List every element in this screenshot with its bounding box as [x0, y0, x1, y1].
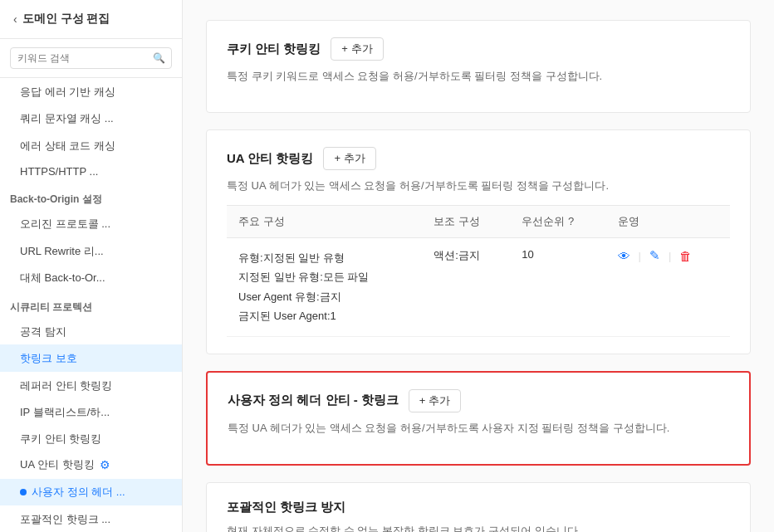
nav-section-security: 시큐리티 프로텍션 [0, 294, 182, 318]
sidebar-item-query-cache[interactable]: 쿼리 문자열 캐싱 ... [0, 105, 182, 131]
custom-header-section: 사용자 정의 헤더 안티 - 핫링크 + 추가 특정 UA 헤더가 있는 액세스… [206, 371, 751, 466]
custom-header-header: 사용자 정의 헤더 안티 - 핫링크 + 추가 [228, 389, 729, 412]
cell-priority: 10 [510, 238, 605, 337]
custom-header-desc: 특정 UA 헤더가 있는 액세스 요청을 허용/거부하도록 사용자 지정 필터링… [228, 421, 729, 436]
col-main-config: 주요 구성 [227, 206, 422, 238]
active-indicator-icon [20, 489, 27, 495]
comprehensive-title: 포괄적인 핫링크 방지 [227, 500, 345, 515]
sidebar-item-comprehensive[interactable]: 포괄적인 핫링크 ... [0, 505, 182, 532]
sidebar-item-alt-back[interactable]: 대체 Back-to-Or... [0, 264, 182, 290]
sidebar-item-ua-anti[interactable]: UA 안티 핫링킹 ⚙ [0, 451, 182, 478]
ua-anti-title: UA 안티 핫링킹 [227, 151, 313, 167]
sidebar-title: 도메인 구성 편집 [22, 12, 110, 27]
gear-icon: ⚙ [100, 458, 110, 471]
separator-1: | [639, 250, 641, 262]
sidebar-item-https-http[interactable]: HTTPS/HTTP ... [0, 159, 182, 183]
back-button[interactable]: ‹ 도메인 구성 편집 [0, 0, 182, 39]
separator-2: | [669, 250, 671, 262]
sidebar-item-hotlink-protect[interactable]: 핫링크 보호 [0, 344, 182, 371]
sidebar-item-cookie-anti[interactable]: 쿠키 안티 핫링킹 [0, 425, 182, 451]
col-actions: 운영 [606, 206, 730, 238]
cookie-anti-title: 쿠키 안티 핫링킹 [227, 41, 321, 57]
sidebar-item-custom-header[interactable]: 사용자 정의 헤더 ... [0, 479, 182, 505]
custom-header-title: 사용자 정의 헤더 안티 - 핫링크 [228, 393, 399, 408]
comprehensive-header: 포괄적인 핫링크 방지 [227, 500, 730, 515]
ua-anti-section: UA 안티 핫링킹 + 추가 특정 UA 헤더가 있는 액세스 요청을 허용/거… [206, 129, 751, 354]
ua-anti-label: UA 안티 핫링킹 [20, 457, 95, 472]
sidebar-item-referer-anti[interactable]: 레퍼러 안티 핫링킹 [0, 372, 182, 398]
cookie-anti-add-button[interactable]: + 추가 [331, 37, 383, 61]
sidebar: ‹ 도메인 구성 편집 🔍 응답 에러 기반 캐싱 쿼리 문자열 캐싱 ... … [0, 0, 183, 532]
cookie-anti-section: 쿠키 안티 핫링킹 + 추가 특정 쿠키 키워드로 액세스 요청을 허용/거부하… [206, 20, 751, 113]
edit-icon[interactable]: ✎ [649, 248, 660, 263]
delete-icon[interactable]: 🗑 [679, 249, 692, 263]
table-row: 유형:지정된 일반 유형 지정된 일반 유형:모든 파일 User Agent … [227, 238, 730, 337]
cell-main-config: 유형:지정된 일반 유형 지정된 일반 유형:모든 파일 User Agent … [227, 238, 422, 337]
cell-secondary-config: 액션:금지 [422, 238, 510, 337]
sidebar-item-ip-blacklist[interactable]: IP 블랙리스트/하... [0, 398, 182, 425]
search-input[interactable] [10, 47, 172, 69]
view-icon[interactable]: 👁 [618, 249, 630, 263]
sidebar-item-url-rewrite[interactable]: URL Rewrite 리... [0, 237, 182, 264]
sidebar-item-cached-content[interactable]: 응답 에러 기반 캐싱 [0, 78, 182, 105]
sidebar-item-origin-protocol[interactable]: 오리진 프로토콜 ... [0, 210, 182, 237]
cookie-anti-desc: 특정 쿠키 키워드로 액세스 요청을 허용/거부하도록 필터링 정책을 구성합니… [227, 69, 730, 84]
ua-anti-header: UA 안티 핫링킹 + 추가 [227, 147, 730, 170]
nav-section-back-to-origin: Back-to-Origin 설정 [0, 186, 182, 210]
cookie-anti-header: 쿠키 안티 핫링킹 + 추가 [227, 37, 730, 61]
custom-header-add-button[interactable]: + 추가 [409, 389, 461, 412]
col-secondary-config: 보조 구성 [422, 206, 510, 238]
main-content: 쿠키 안티 핫링킹 + 추가 특정 쿠키 키워드로 액세스 요청을 허용/거부하… [183, 0, 774, 532]
search-area: 🔍 [0, 39, 182, 78]
cell-actions: 👁 | ✎ | 🗑 [606, 238, 730, 337]
comprehensive-section: 포괄적인 핫링크 방지 현재 자체적으로 수정할 수 없는 복잡한 핫링크 보호… [206, 482, 751, 532]
back-arrow-icon: ‹ [13, 12, 17, 26]
ua-anti-desc: 특정 UA 헤더가 있는 액세스 요청을 허용/거부하도록 필터링 정책을 구성… [227, 178, 730, 193]
search-icon: 🔍 [153, 52, 165, 64]
ua-anti-add-button[interactable]: + 추가 [323, 147, 375, 170]
comprehensive-desc: 현재 자체적으로 수정할 수 없는 복잡한 핫링크 보호가 구성되어 있습니다. [227, 524, 730, 532]
ua-anti-table: 주요 구성 보조 구성 우선순위 ? 운영 유형:지정된 일반 유형 [227, 205, 730, 337]
sidebar-item-attack-detect[interactable]: 공격 탐지 [0, 318, 182, 344]
sidebar-item-error-code-cache[interactable]: 에러 상태 코드 캐싱 [0, 132, 182, 159]
col-priority: 우선순위 ? [510, 206, 605, 238]
